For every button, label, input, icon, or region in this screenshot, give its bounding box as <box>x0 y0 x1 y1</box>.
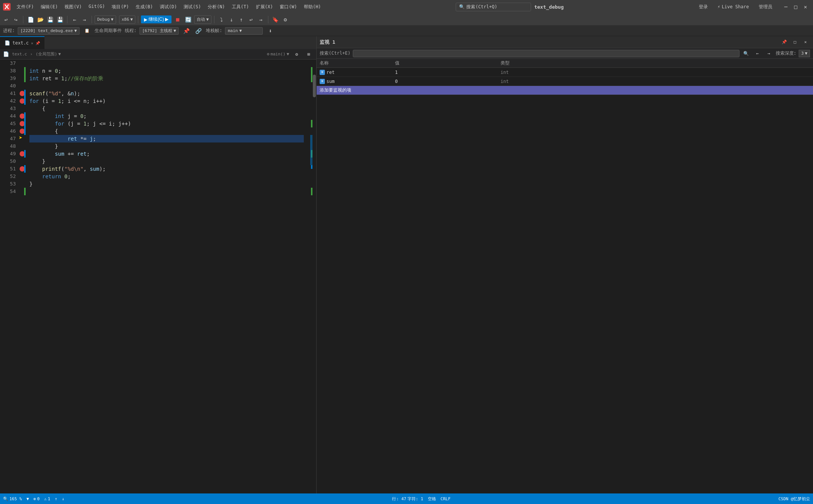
error-icon: ⊗ <box>34 496 36 501</box>
process-arrow: ▼ <box>74 28 77 33</box>
next-step-button[interactable]: → <box>256 15 265 24</box>
menu-window[interactable]: 窗口(W) <box>277 3 300 11</box>
process-label: 进程: <box>3 28 15 34</box>
watch-row-ret[interactable]: W ret 1 int <box>317 68 813 77</box>
step-over-button[interactable]: ⤵ <box>217 15 226 24</box>
watch-nav-right[interactable]: → <box>764 49 773 58</box>
thread-icon-2[interactable]: 🔗 <box>194 26 203 35</box>
tab-close-icon[interactable]: ✕ <box>31 41 33 45</box>
function-dropdown[interactable]: ⚙ main() ▼ <box>267 52 289 57</box>
zoom-indicator[interactable]: 🔍 165 % <box>3 496 22 501</box>
watch-row-sum[interactable]: W sum 0 int <box>317 77 813 86</box>
editor-tab-textc[interactable]: 📄 text.c ✕ 📌 <box>0 36 44 49</box>
editor-header: 📄 text.c › (全局范围) ▼ ⚙ main() ▼ ⚙ ⊞ <box>0 49 316 60</box>
undo-button[interactable]: ↩ <box>2 15 11 24</box>
process-dropdown[interactable]: [2220] text_debug.exe ▼ <box>18 27 80 35</box>
menu-git[interactable]: Git(G) <box>86 3 108 11</box>
gutter-marker-39 <box>24 75 26 82</box>
code-content[interactable]: int n = 0; int ret = 1;//保存n的阶乘 scanf("%… <box>26 60 307 493</box>
menu-project[interactable]: 项目(P) <box>109 3 132 11</box>
gutter-marker-38 <box>24 67 26 75</box>
watch-search-icon[interactable]: 🔍 <box>742 49 751 58</box>
step-in-button[interactable]: ↓ <box>227 15 236 24</box>
tab-pin-icon[interactable]: 📌 <box>35 41 40 45</box>
watch-col-val-header: 值 <box>395 60 501 66</box>
live-share-button[interactable]: ⚡ Live Share <box>714 3 753 11</box>
stop-button[interactable]: ⏹ <box>173 15 182 24</box>
continue-button[interactable]: ▶ 继续(C) ▶ <box>141 15 171 23</box>
editor-settings-button[interactable]: ⚙ <box>292 50 301 59</box>
watch-depth-dropdown[interactable]: 3 ▼ <box>799 50 810 57</box>
code-line-49: sum += ret; <box>29 150 304 158</box>
thread-dropdown[interactable]: [6792] 主线程 ▼ <box>139 27 179 35</box>
minimize-button[interactable]: ─ <box>781 2 790 11</box>
watch-row-add[interactable]: 添加要监视的项 <box>317 86 813 95</box>
watch-item-name-sum: W sum <box>320 79 395 84</box>
down-icon-btn[interactable]: ▼ <box>26 496 29 501</box>
watch-panel: 监视 1 📌 □ ✕ 搜索(Ctrl+E) 🔍 ← → 搜索深度: 3 ▼ 名称… <box>317 36 813 493</box>
scroll-up-button[interactable]: ↑ <box>55 496 57 501</box>
watch-table: W ret 1 int W sum 0 int 添加要监视的项 <box>317 68 813 493</box>
scope-dropdown[interactable]: (全局范围) ▼ <box>35 51 61 57</box>
auto-dropdown[interactable]: 自动 ▼ <box>194 15 211 24</box>
scrollbar-thumb[interactable] <box>313 75 316 97</box>
debug-config-label: Debug <box>97 17 110 22</box>
save-all-button[interactable]: 💾 <box>55 15 64 24</box>
code-line-38: int n = 0; <box>29 67 304 75</box>
scroll-down-button[interactable]: ↓ <box>62 496 64 501</box>
stack-dropdown[interactable]: main ▼ <box>225 27 263 35</box>
thread-icon-1[interactable]: 📌 <box>182 26 191 35</box>
watch-close-button[interactable]: ✕ <box>801 38 810 47</box>
watch-expand-button[interactable]: □ <box>790 38 799 47</box>
login-button[interactable]: 登录 <box>696 3 711 11</box>
line-ending-indicator[interactable]: CRLF <box>441 496 451 501</box>
menu-tools[interactable]: 工具(T) <box>229 3 252 11</box>
menu-build[interactable]: 生成(B) <box>133 3 156 11</box>
open-button[interactable]: 📂 <box>36 15 45 24</box>
debug-toolbar-group: ⤵ ↓ ↑ ↩ → <box>217 15 265 24</box>
restore-button[interactable]: □ <box>791 2 800 11</box>
space-indicator[interactable]: 空格 <box>428 496 436 502</box>
play-icon: ▶ <box>144 17 147 22</box>
editor-scrollbar[interactable] <box>312 60 316 493</box>
debug-config-dropdown[interactable]: Debug ▼ <box>95 15 116 24</box>
step-out-button[interactable]: ↑ <box>237 15 246 24</box>
menu-extensions[interactable]: 扩展(X) <box>253 3 276 11</box>
arch-dropdown[interactable]: x86 ▼ <box>119 15 136 24</box>
toolbar: ↩ ↪ 📄 📂 💾 💾 ← → Debug ▼ x86 ▼ ▶ 继续(C) ▶ … <box>0 14 813 26</box>
bookmark-button[interactable]: 🔖 <box>271 15 280 24</box>
lifecycle-icon[interactable]: 📋 <box>83 26 92 35</box>
zoom-value: 165 % <box>9 496 22 501</box>
global-search-box[interactable]: 🔍 搜索(Ctrl+Q) <box>456 3 531 11</box>
watch-pin-button[interactable]: 📌 <box>780 38 789 47</box>
error-count[interactable]: ⊗ 0 <box>34 496 40 501</box>
menu-help[interactable]: 帮助(H) <box>301 3 324 11</box>
forward-button[interactable]: → <box>80 15 89 24</box>
menu-analyze[interactable]: 分析(N) <box>205 3 228 11</box>
header-arrow-1: › <box>30 52 33 57</box>
watch-search-input[interactable] <box>353 50 740 57</box>
watch-nav-left[interactable]: ← <box>753 49 762 58</box>
auto-arrow: ▼ <box>206 17 209 22</box>
new-file-button[interactable]: 📄 <box>26 15 35 24</box>
thread-label: 线程: <box>125 28 136 34</box>
menu-test[interactable]: 测试(S) <box>181 3 204 11</box>
menu-edit[interactable]: 编辑(E) <box>38 3 61 11</box>
gutter-marker-45 <box>24 120 26 127</box>
step-back-button[interactable]: ↩ <box>247 15 256 24</box>
menu-view[interactable]: 视图(V) <box>61 3 85 11</box>
extra-btn-1[interactable]: ⚙ <box>281 15 290 24</box>
warning-count[interactable]: ⚠ 1 <box>44 496 50 501</box>
lifecycle-label: 生命周期事件 <box>95 28 122 34</box>
editor-split-button[interactable]: ⊞ <box>304 50 313 59</box>
menu-debug[interactable]: 调试(D) <box>157 3 180 11</box>
close-button[interactable]: ✕ <box>801 2 810 11</box>
stack-icon[interactable]: ⬇ <box>266 26 275 35</box>
back-button[interactable]: ← <box>70 15 79 24</box>
restart-button[interactable]: 🔄 <box>184 15 193 24</box>
row-col-indicator[interactable]: 行: 47 字符: 1 <box>392 496 423 502</box>
menu-file[interactable]: 文件(F) <box>14 3 37 11</box>
redo-button[interactable]: ↪ <box>11 15 20 24</box>
watch-add-label: 添加要监视的项 <box>320 87 395 93</box>
save-button[interactable]: 💾 <box>46 15 55 24</box>
